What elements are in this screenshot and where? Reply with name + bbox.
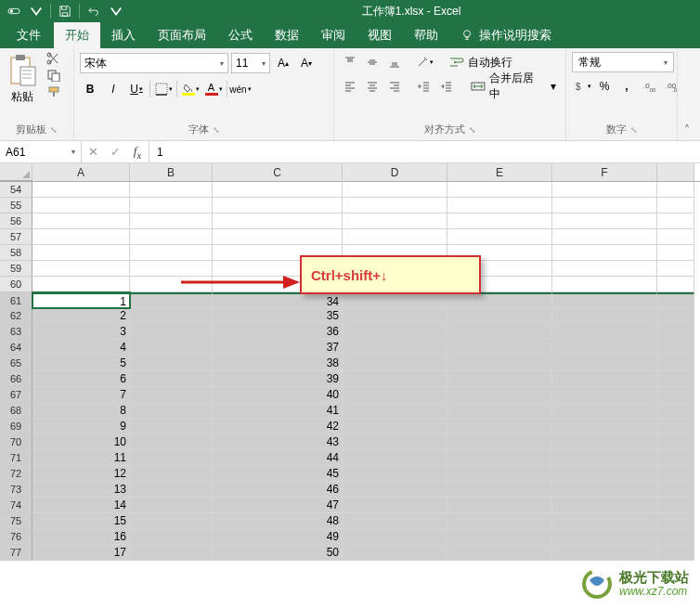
cell[interactable] [130,450,213,466]
col-header-f[interactable]: F [552,163,657,181]
align-left-button[interactable] [340,76,360,97]
cell[interactable]: 42 [213,419,343,434]
row-header[interactable]: 64 [0,340,32,356]
align-bottom-button[interactable] [384,52,405,72]
cell[interactable]: 4 [32,340,130,356]
underline-button[interactable]: U▾ [126,79,147,99]
cell[interactable] [130,371,213,387]
cell[interactable]: 46 [213,482,343,498]
cell[interactable] [657,213,694,229]
row-header[interactable]: 61 [0,292,32,308]
cell[interactable] [552,387,657,403]
cell[interactable] [130,403,213,419]
cell[interactable] [343,545,447,561]
percent-button[interactable]: % [594,76,615,97]
cell[interactable] [130,182,213,198]
cell[interactable]: 39 [213,371,343,387]
cell[interactable]: 47 [213,498,343,513]
row-header[interactable]: 74 [0,498,32,513]
autosave-dropdown[interactable] [26,1,46,21]
font-color-button[interactable]: A▾ [203,79,224,99]
cell[interactable]: 5 [32,356,130,371]
select-all-corner[interactable] [0,163,32,181]
cell[interactable] [32,245,130,261]
col-header-c[interactable]: C [213,163,343,181]
cell[interactable] [343,403,447,419]
menu-layout[interactable]: 页面布局 [147,22,217,48]
alignment-launcher[interactable]: ⤡ [469,125,476,135]
cell[interactable] [343,482,447,498]
cell[interactable] [343,371,447,387]
cell[interactable] [657,198,694,213]
cell[interactable] [213,198,343,213]
italic-button[interactable]: I [103,79,123,99]
undo-button[interactable] [84,1,104,21]
decrease-decimal-button[interactable]: .00.0 [661,76,681,97]
row-header[interactable]: 77 [0,545,32,561]
decrease-font-button[interactable]: A▾ [296,53,317,73]
row-header[interactable]: 62 [0,308,32,324]
cell[interactable] [552,513,657,529]
cell[interactable] [343,434,447,450]
cell[interactable] [657,292,694,308]
cell[interactable] [447,371,552,387]
cell[interactable]: 15 [32,513,130,529]
col-header-d[interactable]: D [343,163,447,181]
cell[interactable] [343,229,447,245]
cell[interactable]: 35 [213,308,343,324]
merge-center-button[interactable]: 合并后居中▾ [467,76,560,97]
cell[interactable] [343,356,447,371]
format-painter-button[interactable] [46,85,63,98]
cell[interactable] [343,198,447,213]
cell[interactable]: 2 [32,308,130,324]
cell[interactable]: 11 [32,450,130,466]
cell[interactable] [657,466,694,482]
row-header[interactable]: 73 [0,482,32,498]
cell[interactable] [343,513,447,529]
cell[interactable] [552,229,657,245]
paste-button[interactable]: 粘贴 [6,52,39,107]
cell[interactable] [552,324,657,340]
cell[interactable] [130,387,213,403]
row-header[interactable]: 68 [0,403,32,419]
menu-view[interactable]: 视图 [356,22,403,48]
cell[interactable]: 40 [213,387,343,403]
cell[interactable]: 43 [213,434,343,450]
cell[interactable]: 16 [32,529,130,545]
cell[interactable] [343,308,447,324]
cell[interactable] [447,308,552,324]
cut-button[interactable] [46,52,63,65]
cell[interactable] [657,261,694,277]
cell[interactable] [657,513,694,529]
cell[interactable] [657,450,694,466]
save-button[interactable] [55,1,75,21]
menu-file[interactable]: 文件 [4,22,54,48]
cell[interactable] [552,371,657,387]
cell[interactable] [130,419,213,434]
font-launcher[interactable]: ⤡ [213,125,220,135]
insert-function-button[interactable]: fx [126,141,149,162]
cell[interactable]: 8 [32,403,130,419]
cell[interactable] [447,513,552,529]
cell[interactable] [130,482,213,498]
cell[interactable] [657,182,694,198]
cell[interactable]: 12 [32,466,130,482]
cell[interactable] [447,213,552,229]
font-name-select[interactable]: 宋体▾ [80,53,228,73]
clipboard-launcher[interactable]: ⤡ [50,125,58,135]
cell[interactable] [657,419,694,434]
cell[interactable]: 48 [213,513,343,529]
cell[interactable] [130,498,213,513]
cell[interactable] [657,356,694,371]
cell[interactable] [552,277,657,292]
row-header[interactable]: 66 [0,371,32,387]
menu-insert[interactable]: 插入 [100,22,147,48]
cell[interactable]: 13 [32,482,130,498]
cell[interactable] [552,466,657,482]
undo-dropdown[interactable] [106,1,126,21]
menu-help[interactable]: 帮助 [403,22,449,48]
cell[interactable]: 34 [213,292,343,308]
cell[interactable] [447,229,552,245]
decrease-indent-button[interactable] [414,76,434,97]
cell[interactable]: 10 [32,434,130,450]
